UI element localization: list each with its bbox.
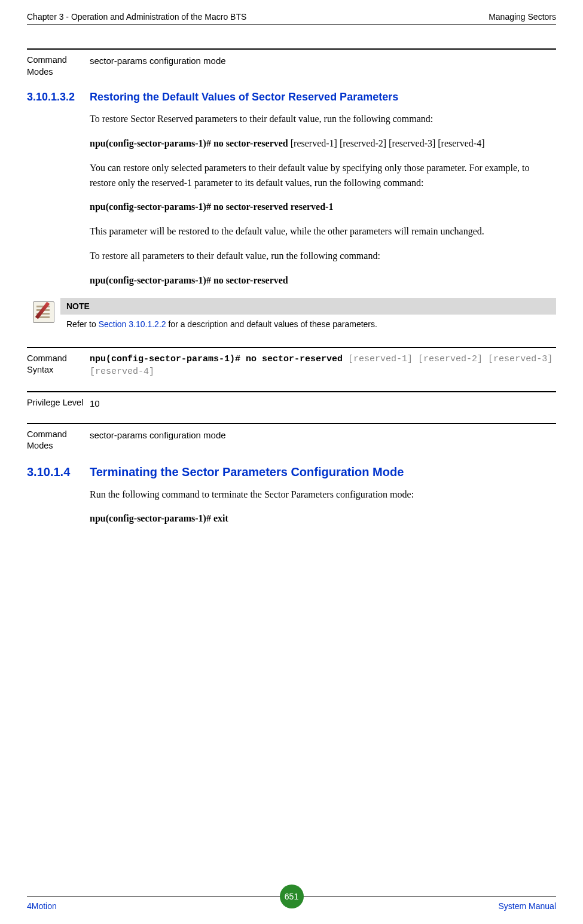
note-text-pre: Refer to <box>66 319 99 329</box>
section-title: Terminating the Sector Parameters Config… <box>90 465 404 479</box>
command-modes-block-2: Command Modes sector-params configuratio… <box>27 423 556 452</box>
page-footer: 4Motion 651 System Manual <box>27 896 556 911</box>
privilege-level-label: Privilege Level <box>27 397 90 410</box>
command-modes-label: Command Modes <box>27 54 90 78</box>
command-bold: npu(config-sector-params-1)# no sector-r… <box>90 138 288 148</box>
footer-right: System Manual <box>499 901 556 911</box>
command-syntax-block: Command Syntax npu(config-sector-params-… <box>27 347 556 378</box>
command-example: npu(config-sector-params-1)# exit <box>90 511 556 526</box>
privilege-level-block: Privilege Level 10 <box>27 391 556 410</box>
paragraph: This parameter will be restored to the d… <box>90 224 556 239</box>
section-number: 3.10.1.4 <box>27 465 90 479</box>
syntax-bold: npu(config-sector-params-1)# no sector-r… <box>90 354 343 364</box>
command-example: npu(config-sector-params-1)# no sector-r… <box>90 136 556 151</box>
section-heading-3-10-1-3-2: 3.10.1.3.2 Restoring the Default Values … <box>27 91 556 103</box>
note-icon <box>33 301 54 323</box>
page-number-badge: 651 <box>280 885 304 908</box>
section-title: Restoring the Default Values of Sector R… <box>90 91 398 103</box>
section-heading-3-10-1-4: 3.10.1.4 Terminating the Sector Paramete… <box>27 465 556 479</box>
paragraph: Run the following command to terminate t… <box>90 487 556 502</box>
command-modes-block-1: Command Modes sector-params configuratio… <box>27 48 556 78</box>
footer-left: 4Motion <box>27 901 57 911</box>
paragraph: You can restore only selected parameters… <box>90 161 556 191</box>
section-number: 3.10.1.3.2 <box>27 91 90 103</box>
header-left: Chapter 3 - Operation and Administration… <box>27 12 246 22</box>
privilege-level-value: 10 <box>90 397 556 410</box>
note-heading: NOTE <box>60 298 556 315</box>
header-right: Managing Sectors <box>489 12 556 22</box>
command-modes-value: sector-params configuration mode <box>90 54 556 78</box>
command-args: [reserved-1] [reserved-2] [reserved-3] [… <box>288 138 485 148</box>
note-box: NOTE Refer to Section 3.10.1.2.2 for a d… <box>27 298 556 334</box>
note-body: Refer to Section 3.10.1.2.2 for a descri… <box>60 315 556 334</box>
note-text-post: for a description and default values of … <box>166 319 377 329</box>
page-header: Chapter 3 - Operation and Administration… <box>27 12 556 25</box>
command-syntax-value: npu(config-sector-params-1)# no sector-r… <box>90 353 556 378</box>
paragraph: To restore Sector Reserved parameters to… <box>90 112 556 127</box>
paragraph: To restore all parameters to their defau… <box>90 249 556 264</box>
command-example: npu(config-sector-params-1)# no sector-r… <box>90 273 556 288</box>
note-link[interactable]: Section 3.10.1.2.2 <box>99 319 166 329</box>
command-modes-value: sector-params configuration mode <box>90 429 556 452</box>
command-syntax-label: Command Syntax <box>27 353 90 378</box>
command-example: npu(config-sector-params-1)# no sector-r… <box>90 200 556 215</box>
command-modes-label: Command Modes <box>27 429 90 452</box>
